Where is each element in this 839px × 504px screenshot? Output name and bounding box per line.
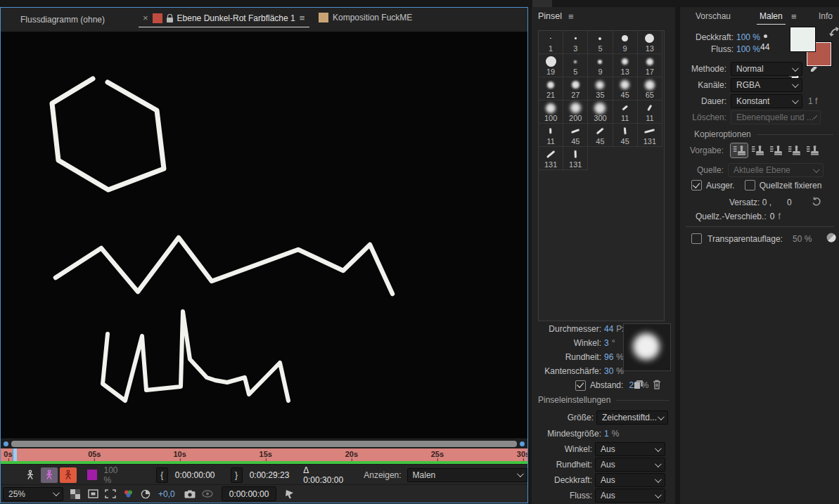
channel-settings-button[interactable] (120, 488, 136, 500)
onion-skin-person-button[interactable] (41, 467, 58, 483)
scroll-handle-left[interactable] (4, 441, 8, 446)
brush-cell[interactable]: 5 (588, 31, 613, 54)
abstand-checkbox[interactable] (575, 380, 586, 391)
deckkraft-value[interactable]: 100 % (736, 32, 760, 42)
transparentauflage-checkbox[interactable] (691, 233, 702, 244)
property-value[interactable]: 30 (604, 366, 613, 376)
overlay-color-swatch[interactable] (87, 470, 96, 480)
brush-cell[interactable]: 17 (638, 54, 662, 77)
brush-cell[interactable]: 35 (588, 77, 613, 101)
brush-cell[interactable]: 300 (588, 101, 613, 124)
methode-dropdown[interactable]: Normal (731, 62, 802, 76)
onion-skin-person-button[interactable] (60, 467, 77, 483)
dynamics-dropdown[interactable]: Aus (595, 458, 665, 472)
property-value[interactable]: 96 (604, 352, 613, 362)
exposure-value[interactable]: +0,0 (158, 489, 175, 499)
out-point-button[interactable]: } (231, 467, 243, 483)
brush-cell[interactable]: 27 (563, 77, 588, 101)
kanaele-dropdown[interactable]: RGBA (731, 78, 802, 92)
show-snapshot-button[interactable] (200, 488, 215, 500)
out-point-timecode[interactable]: 0:00:29:23 (250, 470, 290, 480)
foreground-color-swatch[interactable] (790, 27, 815, 51)
brush-cell[interactable]: 11 (539, 124, 563, 147)
in-point-button[interactable]: { (156, 467, 168, 483)
swap-colors-icon[interactable] (829, 27, 839, 39)
brush-cell[interactable]: 131 (539, 147, 563, 170)
brush-cell[interactable]: 100 (539, 101, 563, 124)
brush-cell[interactable]: 200 (563, 101, 588, 124)
crop-region-button[interactable] (103, 488, 118, 500)
in-point-timecode[interactable]: 0:00:00:00 (175, 470, 215, 480)
brush-cell[interactable]: 13 (638, 31, 662, 54)
brush-cell[interactable]: 3 (563, 31, 588, 54)
tab-flussdiagramm[interactable]: Flussdiagramm (ohne) (20, 15, 105, 25)
zoom-dropdown[interactable]: 25% (3, 487, 63, 501)
brush-cell[interactable]: 45 (588, 124, 613, 147)
tab-vorschau[interactable]: Vorschau (696, 11, 731, 21)
horizontal-scrollbar[interactable] (1, 438, 527, 449)
scroll-handle-right[interactable] (520, 441, 525, 446)
brush-cell[interactable]: 13 (613, 54, 638, 77)
tab-malen[interactable]: Malen (760, 11, 783, 21)
brush-cell[interactable]: 65 (638, 77, 662, 101)
brush-cell[interactable]: 131 (563, 147, 588, 170)
brush-cell[interactable]: 131 (638, 124, 662, 147)
new-brush-button[interactable] (632, 378, 645, 391)
fast-previews-button[interactable] (282, 488, 297, 500)
scroll-thumb[interactable] (11, 441, 517, 447)
clone-preset-stamp-icon[interactable] (749, 143, 766, 157)
clone-preset-stamp-icon[interactable] (767, 143, 784, 157)
brush-cell[interactable]: 19 (539, 54, 563, 77)
groesse-dropdown[interactable]: Zeichenstiftd... (596, 411, 668, 425)
mindest-value[interactable]: 1 (604, 429, 609, 439)
close-icon[interactable]: × (143, 13, 148, 23)
loeschen-dropdown[interactable]: Ebenenquelle und ... (731, 110, 821, 124)
quelle-dropdown[interactable]: Aktuelle Ebene (728, 163, 824, 177)
onion-skin-person-button[interactable] (22, 467, 39, 483)
brushes-panel-title[interactable]: Pinsel (538, 11, 562, 21)
clone-preset-stamp-icon[interactable] (804, 143, 821, 157)
clone-preset-stamp-icon[interactable] (786, 143, 802, 157)
region-of-interest-button[interactable] (85, 488, 101, 500)
timeline-ruler[interactable]: 0s 05s 10s 15s 20s 25s 30s (1, 448, 527, 464)
brush-cell[interactable]: 9 (613, 31, 638, 54)
panel-menu-icon[interactable]: ≡ (300, 13, 305, 23)
clone-preset-stamp-icon[interactable] (731, 143, 748, 157)
brush-cell[interactable]: 45 (563, 124, 588, 147)
snapshot-camera-button[interactable] (182, 488, 198, 500)
dauer-dropdown[interactable]: Konstant (731, 94, 802, 108)
property-value[interactable]: 3 (604, 338, 609, 348)
brush-cell[interactable]: 21 (539, 77, 563, 101)
brush-cell[interactable]: 45 (613, 77, 638, 101)
panel-menu-icon[interactable]: ≡ (568, 11, 574, 22)
verschieb-value[interactable]: 0 (770, 212, 775, 221)
brush-cell[interactable]: 11 (638, 101, 662, 124)
brush-cell[interactable]: 9 (588, 54, 613, 77)
dynamics-dropdown[interactable]: Aus (595, 489, 665, 503)
dynamics-dropdown[interactable]: Aus (595, 442, 665, 456)
trash-icon[interactable] (651, 378, 663, 391)
transparency-grid-button[interactable] (68, 488, 83, 500)
tab-info[interactable]: Info (819, 11, 833, 21)
dynamics-value: Aus (601, 491, 615, 500)
property-value[interactable]: 44 (604, 324, 613, 334)
tab-layer-active[interactable]: × Ebene Dunkel-Rot Farbfläche 1 ≡ (143, 13, 304, 23)
fluss-value[interactable]: 100 % (736, 44, 760, 54)
tab-komposition[interactable]: Komposition FuckME (319, 13, 412, 22)
dynamics-dropdown[interactable]: Aus (595, 473, 665, 487)
paint-canvas[interactable] (1, 32, 527, 438)
versatz-y-value[interactable]: 0 (787, 198, 792, 207)
brush-cell[interactable]: 1 (539, 31, 563, 54)
panel-menu-icon[interactable]: ≡ (791, 11, 796, 22)
anzeigen-dropdown[interactable]: Malen (407, 468, 527, 482)
brush-cell[interactable]: 11 (613, 101, 638, 124)
transparent-value[interactable]: 50 % (793, 234, 812, 244)
current-time-field[interactable]: 0:00:00:00 (222, 486, 277, 501)
reset-icon[interactable] (812, 197, 821, 208)
playhead[interactable] (13, 448, 17, 461)
quellzeit-checkbox[interactable] (745, 180, 755, 190)
brush-cell[interactable]: 5 (563, 54, 588, 77)
ausger-checkbox[interactable] (691, 180, 702, 190)
brush-cell[interactable]: 45 (613, 124, 638, 147)
exposure-reset-icon[interactable] (138, 488, 153, 500)
